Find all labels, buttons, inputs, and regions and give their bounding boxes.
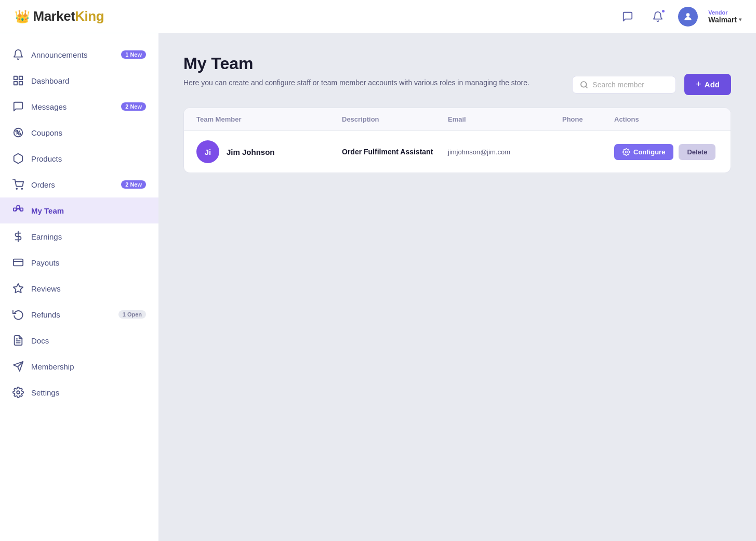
main-content: My Team Here you can create and configur… xyxy=(158,33,756,541)
my-team-icon xyxy=(12,205,24,216)
sidebar-badge: 1 New xyxy=(121,50,146,59)
search-input[interactable] xyxy=(592,81,668,89)
search-box[interactable] xyxy=(572,76,676,94)
sidebar-item-announcements[interactable]: Announcements 1 New xyxy=(0,42,158,68)
announcements-icon xyxy=(12,49,24,60)
svg-rect-3 xyxy=(14,82,17,85)
sidebar-item-label: Products xyxy=(31,154,62,163)
member-email: jimjohnson@jim.com xyxy=(448,148,562,156)
sidebar-item-settings[interactable]: Settings xyxy=(0,379,158,405)
vendor-label: Vendor xyxy=(708,9,727,16)
sidebar-badge: 2 New xyxy=(121,102,146,111)
logo-market-text: Market xyxy=(33,8,75,24)
sidebar-item-refunds[interactable]: Refunds 1 Open xyxy=(0,301,158,327)
earnings-icon xyxy=(12,231,24,242)
sidebar-item-products[interactable]: Products xyxy=(0,146,158,171)
table-row: Ji Jim Johnson Order Fulfilment Assistan… xyxy=(184,131,731,173)
sidebar-item-coupons[interactable]: Coupons xyxy=(0,120,158,146)
svg-line-26 xyxy=(586,86,587,88)
sidebar-item-label: Dashboard xyxy=(31,76,69,85)
plus-icon: + xyxy=(696,79,701,90)
sidebar-badge-refunds: 1 Open xyxy=(118,310,146,319)
main-layout: Announcements 1 New Dashboard Messages 2… xyxy=(0,33,756,541)
sidebar-item-label: Announcements xyxy=(31,50,87,59)
sidebar-item-label: Messages xyxy=(31,102,67,111)
col-email: Email xyxy=(448,115,562,123)
sidebar-item-label: Membership xyxy=(31,362,74,371)
sidebar-item-orders[interactable]: Orders 2 New xyxy=(0,171,158,197)
chat-button[interactable] xyxy=(618,7,638,27)
logo: 👑 MarketKing xyxy=(15,8,104,24)
add-member-button[interactable]: + Add xyxy=(684,74,731,95)
settings-icon xyxy=(12,387,24,398)
svg-point-9 xyxy=(21,188,22,189)
membership-icon xyxy=(12,361,24,372)
sidebar-badge: 2 New xyxy=(121,180,146,189)
svg-point-0 xyxy=(686,13,690,17)
sidebar-item-membership[interactable]: Membership xyxy=(0,353,158,379)
col-team-member: Team Member xyxy=(196,115,342,123)
sidebar-item-label: My Team xyxy=(31,206,64,215)
sidebar-item-payouts[interactable]: Payouts xyxy=(0,249,158,275)
member-description: Order Fulfilment Assistant xyxy=(342,148,448,156)
vendor-name: Walmart ▾ xyxy=(708,16,741,24)
sidebar-item-docs[interactable]: Docs xyxy=(0,327,158,353)
member-actions: Configure Delete xyxy=(614,144,718,160)
configure-button[interactable]: Configure xyxy=(614,144,673,160)
svg-marker-18 xyxy=(14,284,23,293)
sidebar-item-dashboard[interactable]: Dashboard xyxy=(0,68,158,94)
svg-point-5 xyxy=(16,130,18,132)
sidebar-item-label: Docs xyxy=(31,336,49,345)
search-icon xyxy=(580,81,588,89)
sidebar-item-reviews[interactable]: Reviews xyxy=(0,275,158,301)
payouts-icon xyxy=(12,257,24,268)
user-avatar[interactable] xyxy=(678,7,698,27)
sidebar-item-label: Earnings xyxy=(31,232,62,241)
reviews-icon xyxy=(12,283,24,294)
svg-rect-16 xyxy=(14,259,23,266)
messages-icon xyxy=(12,101,24,112)
sidebar-item-label: Coupons xyxy=(31,128,62,137)
coupons-icon xyxy=(12,127,24,138)
sidebar-item-label: Payouts xyxy=(31,258,59,267)
member-cell: Ji Jim Johnson xyxy=(196,140,342,163)
orders-icon xyxy=(12,179,24,190)
sidebar-item-label: Orders xyxy=(31,180,55,189)
svg-point-27 xyxy=(626,151,628,153)
dashboard-icon xyxy=(12,75,24,86)
sidebar: Announcements 1 New Dashboard Messages 2… xyxy=(0,33,158,541)
svg-point-24 xyxy=(17,391,20,394)
products-icon xyxy=(12,153,24,164)
table-header: Team Member Description Email Phone Acti… xyxy=(184,108,731,131)
col-phone: Phone xyxy=(562,115,614,123)
delete-button[interactable]: Delete xyxy=(679,144,715,160)
docs-icon xyxy=(12,335,24,346)
logo-king-text: King xyxy=(75,8,104,24)
col-actions: Actions xyxy=(614,115,718,123)
sidebar-item-messages[interactable]: Messages 2 New xyxy=(0,94,158,120)
svg-point-6 xyxy=(19,133,21,135)
app-header: 👑 MarketKing Vendor Walmart ▾ xyxy=(0,0,756,33)
svg-point-8 xyxy=(16,188,17,189)
svg-rect-2 xyxy=(19,76,22,80)
col-description: Description xyxy=(342,115,448,123)
notification-dot xyxy=(661,9,666,14)
svg-rect-1 xyxy=(14,76,17,80)
page-title: My Team xyxy=(183,54,731,73)
sidebar-item-label: Reviews xyxy=(31,284,61,293)
svg-rect-4 xyxy=(19,82,22,85)
notification-button[interactable] xyxy=(648,7,668,27)
configure-icon xyxy=(622,148,630,156)
sidebar-item-earnings[interactable]: Earnings xyxy=(0,223,158,249)
sidebar-item-label: Settings xyxy=(31,388,59,397)
member-name: Jim Johnson xyxy=(227,148,275,156)
member-avatar: Ji xyxy=(196,140,219,163)
vendor-info[interactable]: Vendor Walmart ▾ xyxy=(708,9,741,24)
sidebar-item-label: Refunds xyxy=(31,310,60,319)
chevron-down-icon: ▾ xyxy=(739,17,741,22)
header-actions: Vendor Walmart ▾ xyxy=(618,7,741,27)
logo-crown-icon: 👑 xyxy=(15,9,30,24)
team-table: Team Member Description Email Phone Acti… xyxy=(183,108,731,173)
refunds-icon xyxy=(12,309,24,320)
sidebar-item-my-team[interactable]: My Team xyxy=(0,197,158,223)
